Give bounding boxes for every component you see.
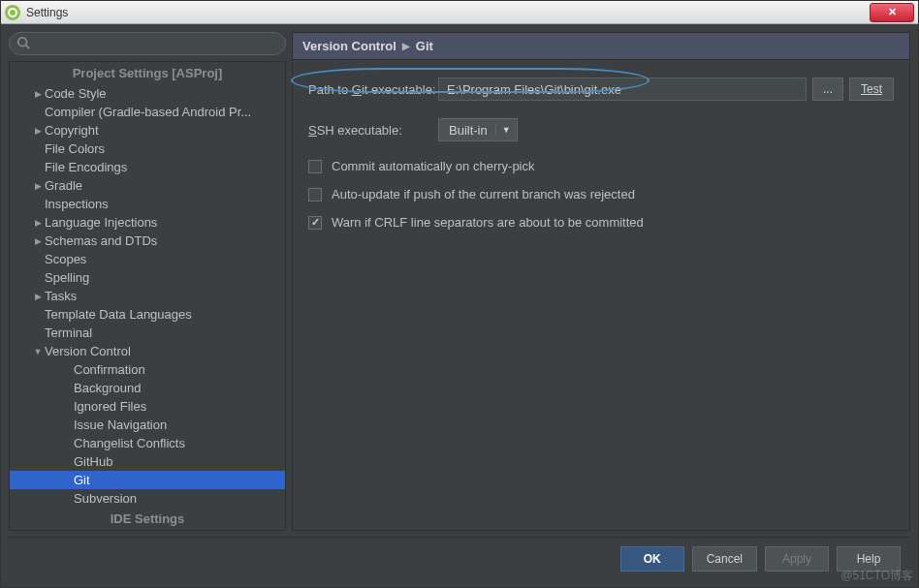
- tree-item-tasks[interactable]: ▶Tasks: [10, 287, 285, 305]
- chevron-right-icon: ▶: [31, 89, 45, 99]
- settings-tree[interactable]: Project Settings [ASProj]▶Code StyleComp…: [9, 61, 286, 531]
- tree-item-label: Git: [74, 473, 90, 487]
- sidebar: Project Settings [ASProj]▶Code StyleComp…: [9, 32, 286, 531]
- tree-item-spelling[interactable]: Spelling: [10, 268, 285, 287]
- tree-item-schemas-and-dtds[interactable]: ▶Schemas and DTDs: [10, 232, 285, 250]
- svg-point-0: [18, 38, 27, 46]
- window-title: Settings: [26, 6, 870, 19]
- tree-item-file-encodings[interactable]: File Encodings: [10, 158, 285, 176]
- tree-item-label: Confirmation: [74, 362, 145, 377]
- tree-item-label: Schemas and DTDs: [45, 233, 157, 248]
- content-panel: Version Control ▶ Git Path to Git execut…: [292, 32, 910, 531]
- tree-item-subversion[interactable]: Subversion: [10, 489, 285, 508]
- path-label: Path to Git executable:: [308, 82, 438, 97]
- ssh-executable-select[interactable]: Built-in▼: [438, 118, 518, 141]
- tree-item-label: Subversion: [74, 491, 137, 506]
- chevron-right-icon: ▶: [31, 236, 45, 246]
- tree-item-changelist-conflicts[interactable]: Changelist Conflicts: [10, 434, 285, 452]
- tree-item-file-colors[interactable]: File Colors: [10, 139, 285, 158]
- git-path-input[interactable]: [438, 77, 807, 101]
- tree-item-label: Tasks: [45, 289, 77, 303]
- test-button[interactable]: Test: [849, 77, 894, 101]
- breadcrumb-part: Git: [416, 39, 433, 53]
- tree-item-label: Issue Navigation: [74, 418, 167, 432]
- dialog-footer: OK Cancel Apply Help: [9, 537, 910, 579]
- tree-item-confirmation[interactable]: Confirmation: [10, 360, 285, 379]
- tree-item-ignored-files[interactable]: Ignored Files: [10, 397, 285, 416]
- auto-update-checkbox[interactable]: [308, 188, 322, 201]
- browse-button[interactable]: ...: [812, 77, 843, 101]
- crlf-warn-checkbox[interactable]: [308, 216, 322, 230]
- tree-item-terminal[interactable]: Terminal: [10, 324, 285, 342]
- breadcrumb: Version Control ▶ Git: [293, 33, 909, 60]
- tree-item-label: Language Injections: [45, 215, 157, 230]
- cancel-button[interactable]: Cancel: [692, 546, 757, 572]
- search-icon: [16, 36, 30, 49]
- chevron-down-icon: ▼: [31, 347, 45, 356]
- ssh-label: SSH executable:: [308, 123, 438, 138]
- tree-item-label: Version Control: [45, 344, 131, 358]
- chevron-right-icon: ▶: [31, 181, 45, 191]
- breadcrumb-sep-icon: ▶: [402, 41, 410, 51]
- tree-item-label: Changelist Conflicts: [74, 436, 185, 450]
- tree-item-label: Template Data Languages: [45, 307, 192, 322]
- tree-item-scopes[interactable]: Scopes: [10, 250, 285, 268]
- tree-item-label: Code Style: [45, 86, 107, 101]
- close-button[interactable]: ✕: [870, 3, 914, 22]
- tree-item-label: Spelling: [45, 270, 89, 285]
- cherry-pick-checkbox[interactable]: [308, 160, 322, 173]
- tree-item-issue-navigation[interactable]: Issue Navigation: [10, 416, 285, 434]
- tree-item-label: Ignored Files: [74, 399, 146, 414]
- cherry-pick-label: Commit automatically on cherry-pick: [332, 159, 535, 173]
- ok-button[interactable]: OK: [620, 546, 684, 572]
- help-button[interactable]: Help: [837, 546, 901, 572]
- tree-item-label: File Colors: [45, 141, 105, 156]
- tree-item-label: Terminal: [45, 325, 92, 340]
- git-settings-form: Path to Git executable: ... Test SSH exe…: [293, 60, 909, 261]
- tree-item-label: File Encodings: [45, 160, 127, 174]
- tree-item-label: GitHub: [74, 454, 112, 469]
- tree-item-label: Scopes: [45, 252, 86, 266]
- tree-item-code-style[interactable]: ▶Code Style: [10, 84, 285, 103]
- chevron-right-icon: ▶: [31, 126, 45, 136]
- apply-button[interactable]: Apply: [765, 546, 829, 572]
- tree-item-git[interactable]: Git: [10, 471, 285, 489]
- tree-section-header: IDE Settings: [10, 508, 285, 530]
- chevron-right-icon: ▶: [31, 218, 45, 228]
- tree-item-copyright[interactable]: ▶Copyright: [10, 121, 285, 139]
- tree-item-background[interactable]: Background: [10, 379, 285, 397]
- chevron-down-icon: ▼: [495, 125, 511, 135]
- tree-item-gradle[interactable]: ▶Gradle: [10, 176, 285, 195]
- tree-item-label: Copyright: [45, 123, 99, 138]
- client-area: Project Settings [ASProj]▶Code StyleComp…: [1, 24, 918, 587]
- tree-item-label: Compiler (Gradle-based Android Pr...: [45, 105, 251, 119]
- tree-item-label: Background: [74, 381, 141, 395]
- breadcrumb-part[interactable]: Version Control: [302, 39, 396, 53]
- tree-item-label: Gradle: [45, 178, 82, 193]
- tree-item-label: Inspections: [45, 197, 109, 211]
- search-input[interactable]: [9, 32, 286, 55]
- tree-item-version-control[interactable]: ▼Version Control: [10, 342, 285, 360]
- titlebar: Settings ✕: [1, 1, 918, 24]
- tree-section-header: Project Settings [ASProj]: [10, 62, 285, 84]
- auto-update-label: Auto-update if push of the current branc…: [332, 187, 635, 201]
- tree-item-template-data-languages[interactable]: Template Data Languages: [10, 305, 285, 324]
- tree-item-language-injections[interactable]: ▶Language Injections: [10, 213, 285, 232]
- settings-window: Settings ✕ Project Settings [ASProj]▶Cod…: [0, 0, 919, 588]
- svg-line-1: [26, 46, 30, 49]
- tree-item-inspections[interactable]: Inspections: [10, 195, 285, 213]
- app-icon: [5, 5, 20, 20]
- crlf-warn-label: Warn if CRLF line separators are about t…: [332, 215, 644, 230]
- tree-item-github[interactable]: GitHub: [10, 452, 285, 471]
- chevron-right-icon: ▶: [31, 292, 45, 301]
- tree-item-compiler-gradle-based-android-pr[interactable]: Compiler (Gradle-based Android Pr...: [10, 103, 285, 121]
